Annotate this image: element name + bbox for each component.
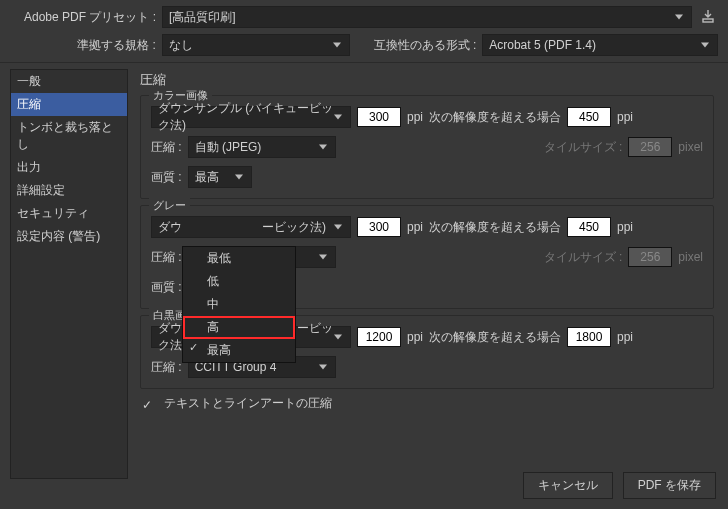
chevron-down-icon — [330, 109, 346, 125]
compat-value: Acrobat 5 (PDF 1.4) — [489, 38, 596, 52]
mono-ppi-input[interactable] — [357, 327, 401, 347]
chevron-down-icon — [330, 219, 346, 235]
color-compress-label: 圧縮 : — [151, 139, 182, 156]
ppi-unit: ppi — [617, 220, 633, 234]
chevron-down-icon — [231, 169, 247, 185]
compat-label: 互換性のある形式 : — [374, 37, 477, 54]
sidebar-item-compression[interactable]: 圧縮 — [11, 93, 127, 116]
ppi-unit: ppi — [407, 110, 423, 124]
standard-select[interactable]: なし — [162, 34, 350, 56]
chevron-down-icon — [315, 139, 331, 155]
standard-label: 準拠する規格 : — [10, 37, 156, 54]
color-threshold-input[interactable] — [567, 107, 611, 127]
compat-select[interactable]: Acrobat 5 (PDF 1.4) — [482, 34, 718, 56]
svg-rect-0 — [703, 19, 713, 22]
mono-threshold-label: 次の解像度を超える場合 — [429, 329, 561, 346]
gray-downsample-suffix: ービック法) — [262, 219, 326, 236]
preset-value: [高品質印刷] — [169, 9, 236, 26]
save-pdf-button[interactable]: PDF を保存 — [623, 472, 716, 499]
preset-label: Adobe PDF プリセット : — [10, 9, 156, 26]
ppi-unit: ppi — [617, 110, 633, 124]
sidebar-item-general[interactable]: 一般 — [11, 70, 127, 93]
color-quality-label: 画質 : — [151, 169, 182, 186]
chevron-down-icon — [330, 329, 346, 345]
gray-downsample-prefix: ダウ — [158, 219, 182, 236]
gray-tile-input — [628, 247, 672, 267]
standard-value: なし — [169, 37, 193, 54]
gray-threshold-input[interactable] — [567, 217, 611, 237]
preset-select[interactable]: [高品質印刷] — [162, 6, 692, 28]
color-compress-select[interactable]: 自動 (JPEG) — [188, 136, 336, 158]
quality-dropdown-menu: 最低 低 中 高 ✓最高 — [182, 246, 296, 363]
quality-option-highest-label: 最高 — [207, 343, 231, 357]
sidebar-item-advanced[interactable]: 詳細設定 — [11, 179, 127, 202]
sidebar-item-marks[interactable]: トンボと裁ち落とし — [11, 116, 127, 156]
ppi-unit: ppi — [407, 330, 423, 344]
chevron-down-icon — [315, 359, 331, 375]
chevron-down-icon — [315, 249, 331, 265]
gray-ppi-input[interactable] — [357, 217, 401, 237]
color-quality-select[interactable]: 最高 — [188, 166, 252, 188]
text-compress-checkbox-label[interactable]: テキストとラインアートの圧縮 — [164, 395, 332, 412]
category-sidebar: 一般 圧縮 トンボと裁ち落とし 出力 詳細設定 セキュリティ 設定内容 (警告) — [10, 69, 128, 479]
pixel-unit: pixel — [678, 250, 703, 264]
color-compress-value: 自動 (JPEG) — [195, 139, 262, 156]
gray-group-title: グレー — [149, 198, 190, 213]
gray-compress-label: 圧縮 : — [151, 249, 182, 266]
mono-compress-label: 圧縮 : — [151, 359, 182, 376]
color-threshold-label: 次の解像度を超える場合 — [429, 109, 561, 126]
color-group: カラー画像 ダウンサンプル (バイキュービック法) ppi 次の解像度を超える場… — [140, 95, 714, 199]
gray-tile-label: タイルサイズ : — [544, 249, 623, 266]
quality-option-low[interactable]: 低 — [183, 270, 295, 293]
gray-quality-label: 画質 : — [151, 279, 182, 296]
check-icon: ✓ — [189, 341, 198, 354]
color-downsample-select[interactable]: ダウンサンプル (バイキュービック法) — [151, 106, 351, 128]
quality-option-medium[interactable]: 中 — [183, 293, 295, 316]
sidebar-item-summary[interactable]: 設定内容 (警告) — [11, 225, 127, 248]
cancel-button[interactable]: キャンセル — [523, 472, 613, 499]
pixel-unit: pixel — [678, 140, 703, 154]
section-title: 圧縮 — [140, 69, 714, 95]
sidebar-item-output[interactable]: 出力 — [11, 156, 127, 179]
color-ppi-input[interactable] — [357, 107, 401, 127]
sidebar-item-security[interactable]: セキュリティ — [11, 202, 127, 225]
quality-option-lowest[interactable]: 最低 — [183, 247, 295, 270]
ppi-unit: ppi — [617, 330, 633, 344]
save-preset-icon[interactable] — [698, 7, 718, 27]
mono-threshold-input[interactable] — [567, 327, 611, 347]
chevron-down-icon — [697, 37, 713, 53]
color-tile-label: タイルサイズ : — [544, 139, 623, 156]
color-downsample-value: ダウンサンプル (バイキュービック法) — [158, 100, 344, 134]
gray-threshold-label: 次の解像度を超える場合 — [429, 219, 561, 236]
color-quality-value: 最高 — [195, 169, 219, 186]
check-icon: ✓ — [142, 398, 154, 410]
ppi-unit: ppi — [407, 220, 423, 234]
quality-option-high[interactable]: 高 — [183, 316, 295, 339]
gray-downsample-select[interactable]: ダウ ービック法) — [151, 216, 351, 238]
color-tile-input — [628, 137, 672, 157]
chevron-down-icon — [671, 9, 687, 25]
chevron-down-icon — [329, 37, 345, 53]
quality-option-highest[interactable]: ✓最高 — [183, 339, 295, 362]
